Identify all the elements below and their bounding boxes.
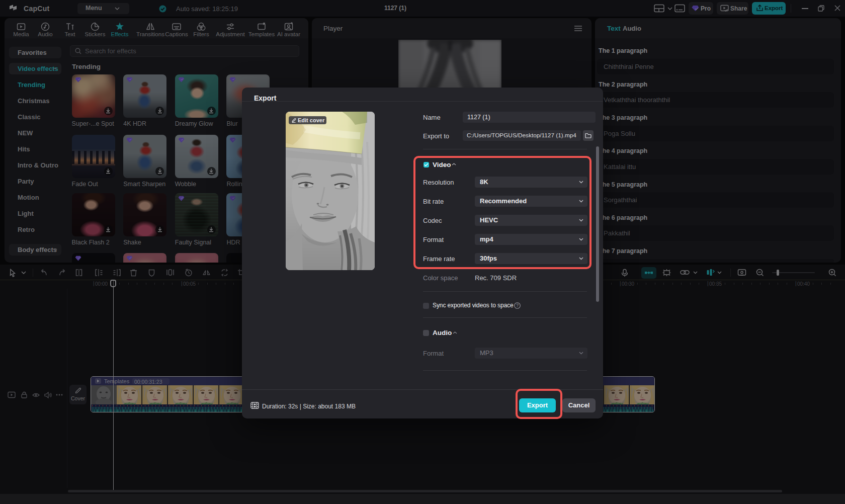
svg-text:?: ?: [516, 303, 519, 308]
